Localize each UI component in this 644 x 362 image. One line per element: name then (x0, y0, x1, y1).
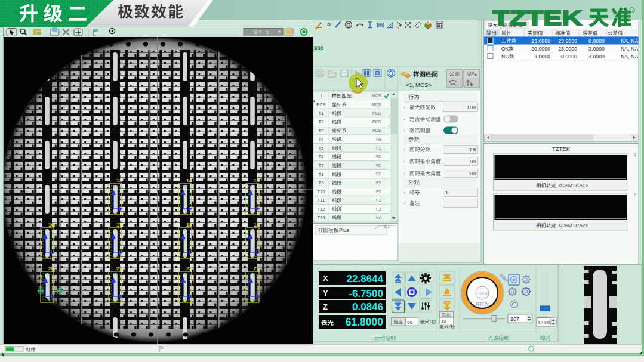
svg-text:NG: NG (501, 54, 509, 60)
svg-text:-90: -90 (468, 159, 476, 165)
svg-text:F3: F3 (376, 181, 381, 185)
svg-text:T12: T12 (318, 206, 325, 212)
svg-text:17: 17 (116, 222, 122, 228)
svg-text:10: 10 (441, 318, 446, 324)
svg-text:13: 13 (116, 178, 122, 184)
svg-text:12.00: 12.00 (538, 320, 551, 326)
svg-text:T4: T4 (319, 137, 324, 142)
svg-text:23: 23 (254, 265, 260, 271)
svg-text:F2: F2 (376, 163, 381, 168)
svg-text:21: 21 (116, 265, 122, 271)
svg-text:23.0000: 23.0000 (558, 46, 577, 52)
svg-text:R: R (631, 9, 634, 13)
svg-text:T10: T10 (318, 189, 325, 194)
svg-text:TZTEK: TZTEK (492, 6, 582, 29)
svg-text:1: 1 (320, 93, 322, 98)
svg-text:Y: Y (323, 289, 328, 298)
svg-text:0.0846: 0.0846 (352, 301, 383, 313)
svg-text:PCS: PCS (372, 111, 381, 115)
svg-text:OK: OK (501, 46, 509, 52)
svg-text:T13: T13 (318, 215, 325, 221)
svg-text:T8: T8 (319, 172, 324, 177)
svg-text:-3.0000: -3.0000 (587, 46, 605, 52)
svg-text:T2: T2 (319, 119, 324, 125)
svg-text:0.0000: 0.0000 (561, 54, 577, 60)
svg-text:PCS: PCS (316, 102, 325, 107)
svg-text:15: 15 (254, 178, 260, 184)
svg-text:F2: F2 (376, 154, 381, 159)
svg-text:T11: T11 (318, 197, 325, 203)
svg-text:T3: T3 (319, 128, 324, 134)
svg-text:T5: T5 (319, 146, 324, 151)
svg-text:MCS: MCS (372, 94, 381, 98)
svg-text:NA, NA: NA, NA (621, 54, 638, 60)
svg-text:18: 18 (186, 222, 192, 228)
svg-text:2: 2 (634, 193, 636, 197)
svg-text:20.0000: 20.0000 (531, 46, 550, 52)
svg-text:F1: F1 (376, 146, 381, 150)
svg-text:1: 1 (634, 153, 636, 157)
svg-text:19: 19 (254, 222, 260, 228)
svg-text:TZTEK: TZTEK (552, 146, 571, 152)
svg-text:PCS: PCS (372, 120, 381, 124)
svg-text:20: 20 (48, 265, 54, 271)
svg-text:F0: F0 (376, 137, 381, 141)
svg-text:1: 1 (445, 190, 448, 196)
svg-text:X: X (323, 274, 328, 283)
svg-text:<CAMTRA2>: <CAMTRA2> (558, 222, 588, 228)
svg-text:T7: T7 (319, 163, 324, 168)
svg-text:Plus: Plus (339, 227, 349, 233)
svg-text:<CAMTRA1>: <CAMTRA1> (558, 182, 588, 188)
svg-text:50: 50 (407, 320, 412, 325)
svg-text:90: 90 (470, 171, 476, 177)
svg-text:16: 16 (48, 222, 54, 228)
svg-text:T1: T1 (319, 110, 324, 116)
svg-text:T9: T9 (319, 180, 324, 185)
svg-text:Z: Z (323, 302, 328, 311)
svg-text:100: 100 (467, 104, 476, 110)
svg-text:: 2: : 2 (263, 30, 269, 35)
svg-text:-6.7500: -6.7500 (349, 288, 383, 299)
svg-text:3.0000: 3.0000 (534, 54, 550, 60)
svg-text:1-1: 1-1 (384, 224, 390, 228)
svg-text:NA, NA: NA, NA (621, 38, 638, 44)
svg-text:23.0000: 23.0000 (558, 38, 577, 44)
svg-text:F3: F3 (376, 215, 381, 219)
svg-text:0.8: 0.8 (468, 147, 476, 153)
svg-text:F2: F2 (376, 172, 381, 176)
svg-text:1: 1 (470, 82, 472, 86)
svg-text:F3: F3 (376, 207, 381, 211)
svg-text:PCS: PCS (372, 128, 381, 132)
svg-text:61.8000: 61.8000 (346, 316, 384, 328)
svg-text:0.0000: 0.0000 (588, 38, 605, 44)
svg-text:14: 14 (186, 178, 192, 184)
svg-text:<1, MCS>: <1, MCS> (406, 82, 432, 88)
svg-text:22: 22 (186, 265, 192, 271)
svg-text:F3: F3 (376, 190, 381, 194)
svg-text:F3: F3 (376, 198, 381, 202)
svg-text:T6: T6 (319, 154, 324, 159)
svg-text:NA, NA: NA, NA (621, 46, 638, 52)
svg-text:23.0000: 23.0000 (531, 38, 550, 44)
svg-text:207: 207 (510, 316, 519, 322)
svg-text:MCS: MCS (372, 103, 381, 107)
svg-text:22.8644: 22.8644 (347, 273, 384, 284)
svg-text:3.0000: 3.0000 (588, 54, 605, 60)
